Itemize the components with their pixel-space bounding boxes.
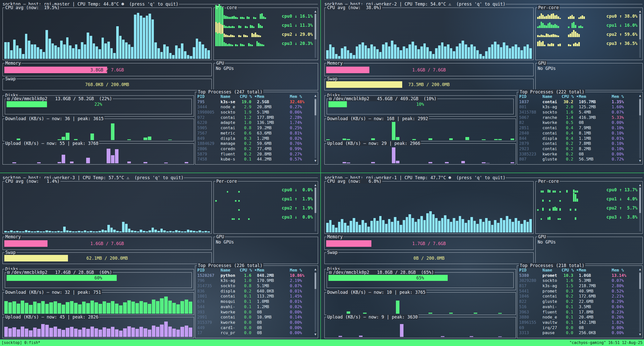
socktop-pane-rpi-worker-1[interactable]: socktop — host: rpi-worker-1 | CPU Temp:… [322,174,644,339]
scroll-up-icon[interactable]: ▲ [638,267,642,271]
chart-bar [527,44,529,59]
column-header-memp[interactable]: Mem % [612,94,637,99]
chart-bar [376,49,379,59]
column-header-cpu[interactable]: CPU % • [240,94,255,99]
process-row: 3385223kworke0.20B0.00% [519,152,637,157]
scroll-down-icon[interactable]: ▼ [314,159,317,163]
column-header-name[interactable]: Name [542,268,562,273]
column-header-mem[interactable]: Mem [255,94,290,99]
scrollbar-track[interactable] [639,14,641,58]
process-cpu: 0.0 [240,315,255,320]
process-scrollbar[interactable]: ▲ ▼ [314,94,317,163]
process-name: contai [542,141,562,146]
core-label: cpu3 ↑ 36.5% [606,41,637,46]
chart-bar [176,330,180,337]
scroll-up-icon[interactable]: ▲ [314,267,317,271]
spark-bar [539,36,540,37]
process-name: mosqui [221,299,240,304]
process-memp: 1.82% [612,320,637,325]
column-header-pid[interactable]: PID [197,94,221,99]
process-memp: 0.23% [612,310,637,315]
chart-bar [335,54,338,59]
column-header-memp[interactable]: Mem % [290,268,312,273]
scroll-down-icon[interactable]: ▼ [638,332,642,336]
scroll-up-icon[interactable]: ▲ [314,183,317,187]
column-header-mem[interactable]: Mem [255,268,290,273]
process-name: node_e [542,315,562,320]
column-header-memp[interactable]: Mem % [290,94,312,99]
chart-bar [479,219,482,232]
tmux-session-window[interactable]: [socktop] 0:fish* [2,340,40,345]
process-mem: 40.9MB [577,289,612,294]
chart-bar [341,48,343,59]
process-memp: 0.57% [290,157,312,162]
process-pid: 674 [197,299,221,304]
terminal-screen: socktop — host: rpi-master | CPU Temp: 4… [0,0,644,346]
scrollbar-thumb[interactable] [639,273,641,289]
process-pid: 1896155 [519,320,542,325]
disks-panel: Disks ⊟ /dev/mmcblk0p2 13.0GB / 58.2GB (… [3,95,194,117]
column-header-pid[interactable]: PID [519,94,542,99]
column-header-cpu[interactable]: CPU % • [562,94,577,99]
column-header-name[interactable]: Name [221,268,240,273]
process-name: contai [221,115,240,120]
spark-bar [568,17,569,19]
scroll-up-icon[interactable]: ▲ [314,9,317,13]
process-scrollbar[interactable]: ▲ ▼ [638,267,642,336]
spark-bar [580,25,582,28]
scrollbar-track[interactable] [315,188,316,231]
process-scrollbar[interactable]: ▲ ▼ [314,267,317,336]
scroll-down-icon[interactable]: ▼ [638,159,642,163]
per-core-title: Per-core [216,179,238,184]
scroll-down-icon[interactable]: ▼ [314,332,317,336]
socktop-pane-rpi-worker-2[interactable]: socktop — host: rpi-worker-2 | CPU Temp:… [322,0,644,172]
chart-bar [154,230,157,232]
scrollbar-track[interactable] [639,272,641,332]
per-core-scrollbar[interactable]: ▲ [638,183,642,232]
tmux-vertical-divider[interactable] [320,0,321,339]
chart-bar [157,48,160,59]
chart-bar [16,231,19,232]
spark-bar [260,44,261,46]
per-core-scrollbar[interactable]: ▲ [314,9,317,58]
chart-bar [84,44,86,59]
column-header-name[interactable]: Name [542,94,562,99]
scrollbar-thumb[interactable] [639,99,641,115]
process-scrollbar[interactable]: ▲ ▼ [638,94,642,163]
column-header-name[interactable]: Name [221,94,240,99]
column-header-pid[interactable]: PID [197,268,221,273]
spark-bar [260,14,261,19]
tmux-horizontal-divider[interactable] [0,173,644,173]
scrollbar-track[interactable] [315,14,316,58]
scrollbar-thumb[interactable] [315,14,316,39]
column-header-memp[interactable]: Mem % [612,268,637,273]
scrollbar-thumb[interactable] [315,273,316,289]
scroll-up-icon[interactable]: ▲ [638,183,642,187]
chart-bar [66,328,69,337]
column-header-mem[interactable]: Mem [577,268,612,273]
column-header-cpu[interactable]: CPU % • [562,268,577,273]
scrollbar-track[interactable] [315,272,316,332]
scrollbar-track[interactable] [639,188,641,231]
spark-bar [253,26,255,28]
scrollbar-track[interactable] [639,98,641,158]
chart-bar [164,297,168,314]
scroll-up-icon[interactable]: ▲ [638,9,642,13]
column-header-cpu[interactable]: CPU % • [240,268,255,273]
scrollbar-thumb[interactable] [315,99,316,115]
scrollbar-thumb[interactable] [639,188,641,213]
chart-bar [43,231,45,232]
process-table-header: PIDNameCPU % •MemMem % [519,268,637,273]
process-pid: 2806 [197,146,221,152]
scrollbar-thumb[interactable] [315,188,316,213]
column-header-mem[interactable]: Mem [577,94,612,99]
per-core-scrollbar[interactable]: ▲ [314,183,317,232]
column-header-pid[interactable]: PID [519,268,542,273]
per-core-scrollbar[interactable]: ▲ [638,9,642,58]
socktop-pane-rpi-worker-3[interactable]: socktop — host: rpi-worker-3 | CPU Temp:… [0,174,319,339]
scrollbar-track[interactable] [315,98,316,158]
socktop-pane-rpi-master[interactable]: socktop — host: rpi-master | CPU Temp: 4… [0,0,319,172]
scrollbar-thumb[interactable] [639,14,641,39]
scroll-up-icon[interactable]: ▲ [638,94,642,98]
scroll-up-icon[interactable]: ▲ [314,94,317,98]
